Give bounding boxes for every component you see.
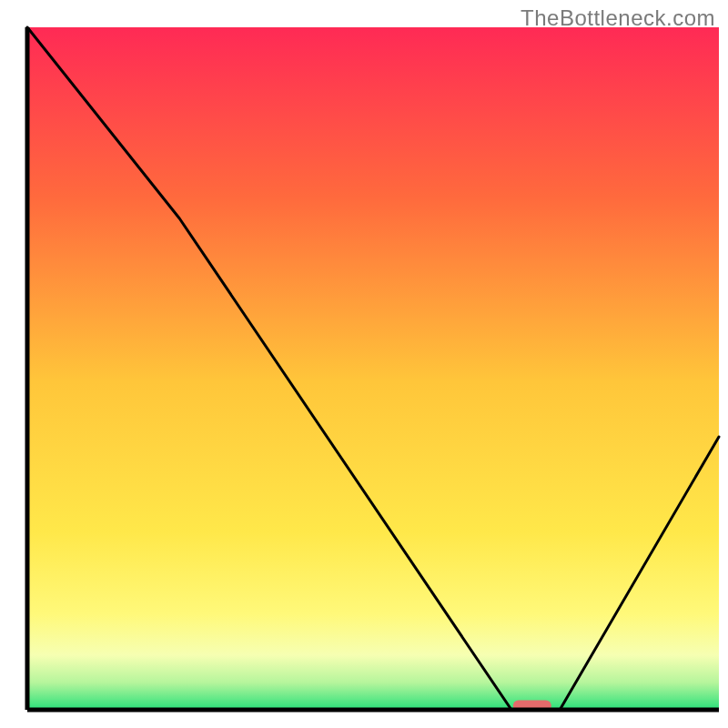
bottleneck-chart <box>0 0 728 728</box>
chart-container: TheBottleneck.com <box>0 0 728 728</box>
watermark-text: TheBottleneck.com <box>521 5 715 31</box>
gradient-background <box>27 27 719 710</box>
plot-area <box>27 27 719 712</box>
